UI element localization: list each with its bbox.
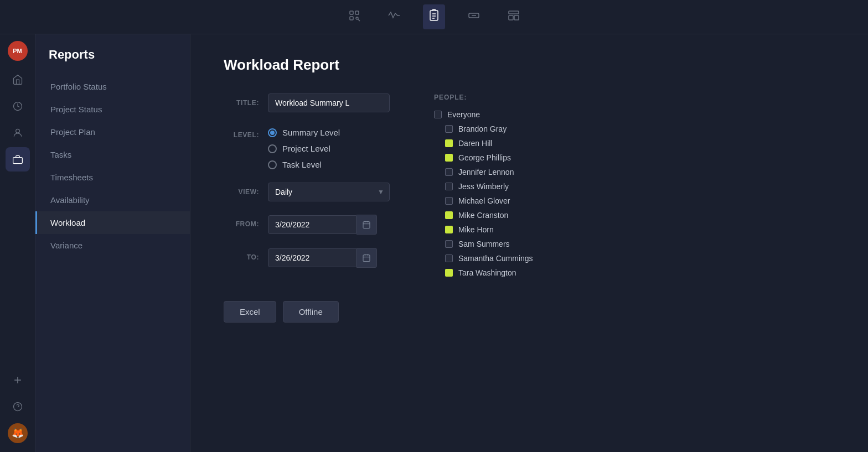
person-nav-icon[interactable] — [6, 121, 30, 145]
help-nav-icon[interactable] — [6, 394, 30, 419]
samantha-label: Samantha Cummings — [458, 254, 533, 263]
person-michael-glover[interactable]: Michael Glover — [434, 196, 835, 205]
icon-sidebar-bottom: 🦊 — [6, 368, 30, 445]
george-label: George Phillips — [458, 153, 511, 162]
topbar — [0, 0, 868, 34]
from-calendar-button[interactable] — [356, 215, 377, 235]
george-color — [445, 154, 453, 162]
from-date-input[interactable] — [268, 215, 356, 234]
level-project[interactable]: Project Level — [268, 144, 390, 153]
to-calendar-button[interactable] — [356, 248, 377, 268]
add-nav-icon[interactable] — [6, 368, 30, 392]
home-nav-icon[interactable] — [6, 67, 30, 92]
brandon-checkbox[interactable] — [445, 125, 453, 133]
view-select-wrapper: Daily Weekly Monthly ▼ — [268, 183, 390, 201]
people-section: PEOPLE: Everyone Brandon Gray — [434, 93, 835, 323]
to-control — [268, 248, 390, 268]
jess-label: Jess Wimberly — [458, 182, 509, 191]
tara-label: Tara Washington — [458, 268, 516, 277]
person-brandon-gray[interactable]: Brandon Gray — [434, 124, 835, 133]
svg-rect-1 — [355, 11, 359, 14]
samantha-checkbox[interactable] — [445, 254, 453, 262]
activity-icon[interactable] — [383, 4, 405, 29]
person-mike-horn[interactable]: Mike Horn — [434, 225, 835, 234]
level-task[interactable]: Task Level — [268, 160, 390, 169]
person-everyone[interactable]: Everyone — [434, 110, 835, 119]
person-mike-cranston[interactable]: Mike Cranston — [434, 211, 835, 220]
content-area: Workload Report TITLE: LEVEL: — [190, 34, 868, 452]
to-date-input[interactable] — [268, 248, 356, 267]
scan-icon[interactable] — [343, 4, 365, 29]
person-sam-summers[interactable]: Sam Summers — [434, 240, 835, 248]
person-jennifer-lennon[interactable]: Jennifer Lennon — [434, 168, 835, 176]
daren-color — [445, 139, 453, 147]
sidebar-item-project-plan[interactable]: Project Plan — [35, 121, 190, 143]
level-task-label: Task Level — [282, 160, 322, 169]
title-control — [268, 93, 390, 112]
person-daren-hill[interactable]: Daren Hill — [434, 139, 835, 148]
sidebar-item-variance[interactable]: Variance — [35, 234, 190, 257]
nav-sidebar: Reports Portfolio Status Project Status … — [35, 34, 190, 452]
level-radio-group: Summary Level Project Level Task Level — [268, 126, 390, 169]
people-list: Everyone Brandon Gray Daren Hill — [434, 110, 835, 277]
to-label: TO: — [224, 248, 268, 261]
person-tara-washington[interactable]: Tara Washington — [434, 268, 835, 277]
people-label: PEOPLE: — [434, 93, 835, 101]
level-row: LEVEL: Summary Level Project — [224, 126, 390, 169]
svg-line-4 — [358, 19, 360, 21]
sidebar-item-availability[interactable]: Availability — [35, 189, 190, 211]
svg-rect-11 — [509, 11, 519, 14]
svg-rect-2 — [350, 17, 353, 20]
svg-point-15 — [16, 129, 19, 133]
radio-summary-dot — [270, 131, 275, 135]
level-project-label: Project Level — [282, 144, 330, 153]
radio-project-circle — [268, 144, 277, 153]
svg-rect-26 — [363, 255, 370, 262]
svg-rect-16 — [13, 158, 22, 164]
level-summary-label: Summary Level — [282, 128, 340, 137]
form-section: TITLE: LEVEL: Summa — [224, 93, 835, 323]
page-title: Workload Report — [224, 56, 835, 74]
from-label: FROM: — [224, 215, 268, 228]
sidebar-item-project-status[interactable]: Project Status — [35, 98, 190, 121]
title-input[interactable] — [268, 93, 390, 112]
svg-rect-22 — [363, 222, 370, 228]
excel-button[interactable]: Excel — [224, 301, 276, 323]
view-control: Daily Weekly Monthly ▼ — [268, 183, 390, 201]
title-label: TITLE: — [224, 93, 268, 107]
offline-button[interactable]: Offline — [283, 301, 339, 323]
sam-checkbox[interactable] — [445, 240, 453, 248]
sidebar-item-workload[interactable]: Workload — [35, 211, 190, 234]
michael-checkbox[interactable] — [445, 197, 453, 205]
jennifer-checkbox[interactable] — [445, 168, 453, 176]
pm-logo[interactable]: PM — [8, 41, 28, 61]
jennifer-label: Jennifer Lennon — [458, 168, 514, 176]
mike-c-color — [445, 211, 453, 219]
person-george-phillips[interactable]: George Phillips — [434, 153, 835, 162]
briefcase-nav-icon[interactable] — [6, 147, 30, 172]
user-avatar[interactable]: 🦊 — [6, 421, 30, 445]
level-control: Summary Level Project Level Task Level — [268, 126, 390, 169]
sidebar-item-portfolio-status[interactable]: Portfolio Status — [35, 75, 190, 98]
icon-sidebar-top — [6, 67, 30, 366]
form-left: TITLE: LEVEL: Summa — [224, 93, 390, 323]
from-date-wrapper — [268, 215, 390, 235]
clock-nav-icon[interactable] — [6, 94, 30, 118]
mike-c-label: Mike Cranston — [458, 211, 508, 220]
radio-summary-circle — [268, 128, 277, 137]
everyone-label: Everyone — [447, 110, 480, 119]
mike-h-color — [445, 226, 453, 233]
view-select[interactable]: Daily Weekly Monthly — [268, 183, 390, 201]
sidebar-item-tasks[interactable]: Tasks — [35, 143, 190, 166]
jess-checkbox[interactable] — [445, 183, 453, 190]
person-jess-wimberly[interactable]: Jess Wimberly — [434, 182, 835, 191]
clipboard-icon[interactable] — [423, 4, 445, 29]
svg-rect-0 — [350, 11, 353, 14]
everyone-checkbox[interactable] — [434, 111, 442, 118]
daren-label: Daren Hill — [458, 139, 492, 148]
layout-split-icon[interactable] — [503, 4, 525, 29]
sidebar-item-timesheets[interactable]: Timesheets — [35, 166, 190, 189]
person-samantha-cummings[interactable]: Samantha Cummings — [434, 254, 835, 263]
minus-rect-icon[interactable] — [463, 4, 485, 29]
level-summary[interactable]: Summary Level — [268, 128, 390, 137]
